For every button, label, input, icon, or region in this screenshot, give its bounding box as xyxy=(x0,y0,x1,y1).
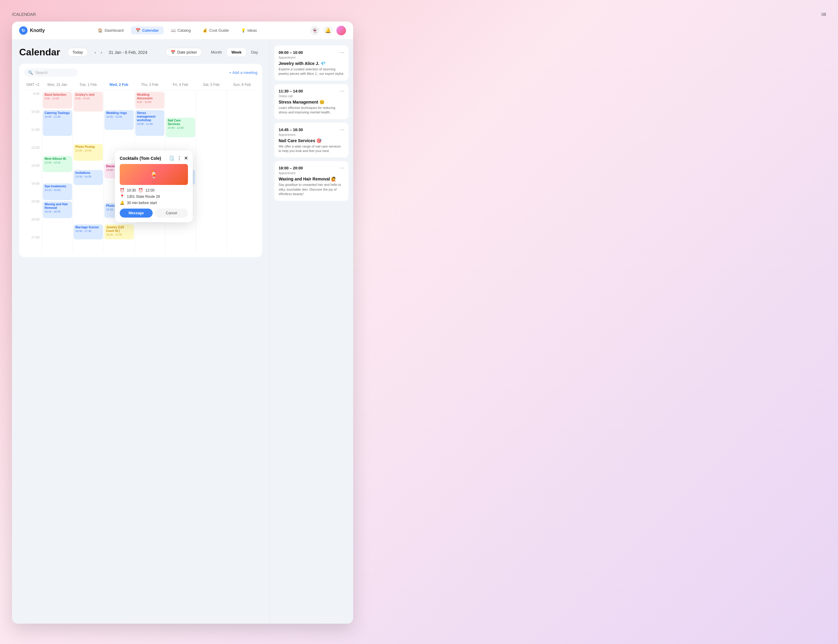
event-popup: Cocktails (Tom Cole) 🗒️ ⋮ ✕ 🍹 ⏰ 10:30 ⏰ … xyxy=(115,151,193,222)
nav-dashboard[interactable]: 🏠 Dashboard xyxy=(93,26,128,34)
day-header-3: Thu, 3 Feb xyxy=(135,81,165,88)
calendar-area: Calendar Today ‹ › 31 Jan - 6 Feb, 2024 … xyxy=(12,39,269,624)
panel-event-title-2: Nail Care Services 🎯 xyxy=(279,138,344,143)
brand[interactable]: ↻ Knotly xyxy=(19,26,45,35)
event-photo-posing[interactable]: Photo Posing 12:00 - 13:30 xyxy=(74,144,103,161)
event-wedding-rings[interactable]: Wedding rings 10:00 - 12:00 xyxy=(104,110,134,130)
more-options-2[interactable]: ⋯ xyxy=(339,127,344,133)
tab-day[interactable]: Day xyxy=(247,48,262,56)
calendar-grid: 🔍 Search + Add a meeting GMT +2 Mon, 31 … xyxy=(19,64,262,257)
event-nail-care[interactable]: Nail Care Services 10:30 - 12:00 xyxy=(166,118,195,137)
panel-event-1: 11:30 – 14:00 ⋯ Online call Stress Manag… xyxy=(274,84,348,119)
time-16: 16:00 xyxy=(24,216,42,234)
view-tabs: Month Week Day xyxy=(207,48,262,56)
more-options-3[interactable]: ⋯ xyxy=(339,165,344,171)
prev-button[interactable]: ‹ xyxy=(93,49,98,56)
popup-buttons: Message Cancel xyxy=(120,209,188,218)
time-14: 14:00 xyxy=(24,181,42,199)
day-header-5: Sat, 5 Feb xyxy=(196,81,227,88)
day-header-1: Tue, 1 Feb xyxy=(73,81,104,88)
date-picker-button[interactable]: 📅 Date picker xyxy=(166,48,202,57)
calendar-title: Calendar xyxy=(19,47,60,58)
day-col-sun xyxy=(227,91,257,252)
popup-location-row: 📍 1301 State Route 28 xyxy=(120,194,188,199)
ghost-icon[interactable]: 👻 xyxy=(310,26,320,35)
event-meet-allison[interactable]: Meet Allison W. 12:40 - 14:10 xyxy=(43,156,72,172)
time-13: 13:00 xyxy=(24,163,42,181)
panel-event-type-1: Online call xyxy=(279,95,344,98)
more-options-1[interactable]: ⋯ xyxy=(339,88,344,94)
panel-event-desc-2: We offer a wide range of nail care servi… xyxy=(279,144,344,153)
more-icon[interactable]: ⋮ xyxy=(177,155,182,161)
popup-time-end: 12:00 xyxy=(145,188,154,192)
time-10: 10:00 xyxy=(24,108,42,127)
search-placeholder: Search xyxy=(35,70,48,75)
popup-time-row: ⏰ 10:30 ⏰ 12:00 xyxy=(120,188,188,192)
main-content: Calendar Today ‹ › 31 Jan - 6 Feb, 2024 … xyxy=(12,39,353,624)
panel-event-desc-1: Learn effective techniques for reducing … xyxy=(279,106,344,115)
panel-event-2: 14:45 – 16:30 ⋯ Appointment Nail Care Se… xyxy=(274,123,348,158)
time-9: 9:00 xyxy=(24,91,42,108)
today-button[interactable]: Today xyxy=(67,48,88,57)
cancel-button[interactable]: Cancel xyxy=(155,209,188,218)
search-box[interactable]: 🔍 Search xyxy=(24,69,78,77)
event-marriage-license[interactable]: Marriage license 16:30 - 17:30 xyxy=(74,225,103,240)
app-window: ↻ Knotly 🏠 Dashboard 📅 Calendar 📖 Catalo… xyxy=(12,21,353,624)
panel-event-type-2: Appointment xyxy=(279,133,344,136)
nav-ideas[interactable]: 💡 Ideas xyxy=(236,26,262,34)
event-invitations[interactable]: Invitations 13:30 - 14:30 xyxy=(74,170,103,185)
nav-calendar[interactable]: 📅 Calendar xyxy=(131,26,164,34)
day-col-sat xyxy=(196,91,227,252)
popup-actions: 🗒️ ⋮ ✕ xyxy=(169,155,188,161)
next-button[interactable]: › xyxy=(99,49,104,56)
panel-event-time-3: 18:00 – 20:00 ⋯ xyxy=(279,165,344,171)
close-icon[interactable]: ✕ xyxy=(184,155,188,161)
event-catering[interactable]: Catering Tastings 10:00 - 11:30 xyxy=(43,110,72,136)
time-11: 11:00 xyxy=(24,127,42,145)
panel-event-0: 09:00 – 10:00 ⋯ Appointment Jewelry with… xyxy=(274,46,348,80)
tab-week[interactable]: Week xyxy=(227,48,246,56)
bell-icon: 🔔 xyxy=(120,200,125,205)
page-number: 08 xyxy=(821,12,826,17)
nav-arrows: ‹ › xyxy=(93,49,104,56)
grid-header: GMT +2 Mon, 31 Jan Tue, 1 Feb Wed, 2 Feb… xyxy=(24,81,257,91)
event-wedding-discussion[interactable]: Wedding discussion 9:00 - 10:00 xyxy=(135,92,164,108)
popup-reminder: 30 min before start xyxy=(127,201,157,205)
event-stress-mgmt[interactable]: Stress management workshop 10:00 - 11:30 xyxy=(135,110,164,136)
brand-name: Knotly xyxy=(30,28,45,33)
clock-start-icon: ⏰ xyxy=(120,188,125,192)
day-col-mon: Band Selection 9:00 - 10:00 Catering Tas… xyxy=(42,91,73,252)
tab-month[interactable]: Month xyxy=(207,48,226,56)
panel-event-type-0: Appointment xyxy=(279,56,344,59)
nav-catalog[interactable]: 📖 Catalog xyxy=(166,26,196,34)
day-header-2: Wed, 2 Feb xyxy=(104,81,135,88)
panel-event-3: 18:00 – 20:00 ⋯ Appointment Waxing and H… xyxy=(274,161,348,200)
popup-header: Cocktails (Tom Cole) 🗒️ ⋮ ✕ xyxy=(120,155,188,161)
popup-image: 🍹 xyxy=(120,164,188,185)
panel-event-desc-0: Explore a curated selection of stunning … xyxy=(279,67,344,76)
popup-title: Cocktails (Tom Cole) xyxy=(120,156,161,161)
event-spa[interactable]: Spa treatments 14:10 - 15:00 xyxy=(43,184,72,200)
nav-cost-guide[interactable]: 💰 Cost Guide xyxy=(198,26,233,34)
notification-icon[interactable]: 🔔 xyxy=(323,26,333,35)
panel-event-type-3: Appointment xyxy=(279,171,344,175)
popup-reminder-row: 🔔 30 min before start xyxy=(120,200,188,205)
calendar-icon: 📅 xyxy=(171,50,175,54)
message-button[interactable]: Message xyxy=(120,209,153,218)
panel-event-desc-3: Say goodbye to unwanted hair and hello t… xyxy=(279,182,344,196)
time-12: 12:00 xyxy=(24,145,42,163)
event-grizley[interactable]: Grizley's visit 9:00 - 10:20 xyxy=(74,92,103,112)
avatar[interactable] xyxy=(337,26,346,35)
event-band-selection[interactable]: Band Selection 9:00 - 10:00 xyxy=(43,92,72,108)
event-jewelry-court[interactable]: Jewelry (125 Court St.) 16:30 - 17:30 xyxy=(104,225,134,240)
day-col-tue: Grizley's visit 9:00 - 10:20 Photo Posin… xyxy=(73,91,104,252)
panel-event-title-0: Jewelry with Alice J. 💎 xyxy=(279,61,344,66)
more-options-0[interactable]: ⋯ xyxy=(339,50,344,55)
add-meeting-button[interactable]: + Add a meeting xyxy=(229,70,257,75)
panel-event-time-0: 09:00 – 10:00 ⋯ xyxy=(279,50,344,55)
copy-icon[interactable]: 🗒️ xyxy=(169,155,174,161)
nav-right: 👻 🔔 xyxy=(310,26,346,35)
event-waxing[interactable]: Waxing and Hair Removal 15:15 - 16:30 xyxy=(43,201,72,218)
panel-event-title-1: Stress Management 😊 xyxy=(279,100,344,104)
location-icon: 📍 xyxy=(120,194,125,199)
